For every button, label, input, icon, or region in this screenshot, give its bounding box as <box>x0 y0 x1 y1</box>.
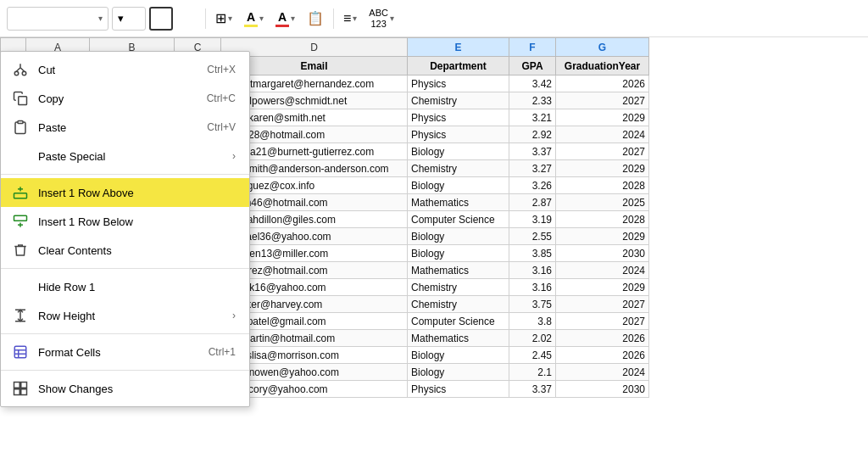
gpa-cell[interactable]: 3.8 <box>509 313 556 330</box>
cut-icon <box>11 60 30 79</box>
copy-shortcut: Ctrl+C <box>207 92 236 104</box>
department-cell[interactable]: Biology <box>408 228 509 245</box>
graduationyear-cell[interactable]: 2029 <box>556 109 649 126</box>
col-header-F[interactable]: F <box>509 38 556 57</box>
gpa-cell[interactable]: 3.75 <box>509 296 556 313</box>
gpa-cell[interactable]: 3.27 <box>509 160 556 177</box>
menu-item-insert-row-below[interactable]: Insert 1 Row Below <box>1 207 249 236</box>
borders-button[interactable]: ⊞ ▾ <box>211 7 236 31</box>
borders-chevron-icon: ▾ <box>228 14 232 23</box>
gpa-cell[interactable]: 3.21 <box>509 109 556 126</box>
menu-item-clear-contents[interactable]: Clear Contents <box>1 236 249 265</box>
gpa-cell[interactable]: 2.92 <box>509 126 556 143</box>
gpa-cell[interactable]: 3.37 <box>509 381 556 398</box>
department-cell[interactable]: Biology <box>408 364 509 381</box>
gpa-cell[interactable]: 3.26 <box>509 177 556 194</box>
graduationyear-cell[interactable]: 2029 <box>556 228 649 245</box>
gpa-cell[interactable]: 3.16 <box>509 279 556 296</box>
gpa-cell[interactable]: 2.87 <box>509 194 556 211</box>
graduationyear-cell[interactable]: 2026 <box>556 347 649 364</box>
svg-rect-6 <box>18 121 23 124</box>
svg-rect-22 <box>14 389 20 395</box>
graduationyear-cell[interactable]: 2030 <box>556 245 649 262</box>
col-header-G[interactable]: G <box>556 38 649 57</box>
department-cell[interactable]: Chemistry <box>408 279 509 296</box>
graduationyear-cell[interactable]: 2028 <box>556 211 649 228</box>
gpa-cell[interactable]: 3.19 <box>509 211 556 228</box>
paste-format-button[interactable]: 📋 <box>303 7 328 31</box>
menu-item-cut[interactable]: CutCtrl+X <box>1 55 249 84</box>
department-cell[interactable]: Mathematics <box>408 194 509 211</box>
svg-rect-23 <box>21 389 27 395</box>
data-header-department[interactable]: Department <box>408 57 509 75</box>
department-cell[interactable]: Physics <box>408 126 509 143</box>
data-header-graduationyear[interactable]: GraduationYear <box>556 57 649 75</box>
graduationyear-cell[interactable]: 2029 <box>556 279 649 296</box>
paste-shortcut: Ctrl+V <box>207 121 236 133</box>
graduationyear-cell[interactable]: 2025 <box>556 194 649 211</box>
menu-item-copy[interactable]: CopyCtrl+C <box>1 84 249 113</box>
gpa-cell[interactable]: 2.45 <box>509 347 556 364</box>
graduationyear-cell[interactable]: 2024 <box>556 262 649 279</box>
gpa-cell[interactable]: 3.16 <box>509 262 556 279</box>
menu-item-paste-special[interactable]: Paste Special› <box>1 142 249 170</box>
fill-chevron-icon: ▾ <box>259 14 264 23</box>
department-cell[interactable]: Mathematics <box>408 330 509 347</box>
graduationyear-cell[interactable]: 2029 <box>556 160 649 177</box>
department-cell[interactable]: Biology <box>408 347 509 364</box>
menu-item-paste[interactable]: PasteCtrl+V <box>1 113 249 142</box>
department-cell[interactable]: Chemistry <box>408 160 509 177</box>
clear-contents-icon <box>11 241 30 260</box>
format-number-button[interactable]: ABC123 ▾ <box>364 7 398 31</box>
department-cell[interactable]: Physics <box>408 109 509 126</box>
department-cell[interactable]: Biology <box>408 245 509 262</box>
gpa-cell[interactable]: 3.85 <box>509 245 556 262</box>
svg-rect-7 <box>14 193 27 198</box>
gpa-cell[interactable]: 2.55 <box>509 228 556 245</box>
department-cell[interactable]: Biology <box>408 177 509 194</box>
menu-item-insert-row-above[interactable]: Insert 1 Row Above <box>1 178 249 207</box>
graduationyear-cell[interactable]: 2024 <box>556 126 649 143</box>
menu-item-row-height[interactable]: Row Height› <box>1 301 249 330</box>
font-name-selector[interactable]: ▾ <box>7 7 108 31</box>
paste-icon <box>11 118 30 137</box>
menu-separator <box>1 174 249 175</box>
align-button[interactable]: ≡ ▾ <box>339 7 361 31</box>
gpa-cell[interactable]: 2.02 <box>509 330 556 347</box>
fill-color-button[interactable]: A ▾ <box>240 7 268 31</box>
graduationyear-cell[interactable]: 2024 <box>556 364 649 381</box>
department-cell[interactable]: Computer Science <box>408 313 509 330</box>
graduationyear-cell[interactable]: 2028 <box>556 177 649 194</box>
department-cell[interactable]: Mathematics <box>408 262 509 279</box>
graduationyear-cell[interactable]: 2027 <box>556 143 649 160</box>
graduationyear-cell[interactable]: 2026 <box>556 330 649 347</box>
paste-special-arrow: › <box>232 150 236 162</box>
gpa-cell[interactable]: 2.33 <box>509 92 556 109</box>
svg-line-3 <box>20 68 25 72</box>
hide-row-icon <box>11 277 30 296</box>
graduationyear-cell[interactable]: 2027 <box>556 296 649 313</box>
graduationyear-cell[interactable]: 2027 <box>556 313 649 330</box>
department-cell[interactable]: Biology <box>408 143 509 160</box>
data-header-gpa[interactable]: GPA <box>509 57 556 75</box>
gpa-cell[interactable]: 2.1 <box>509 364 556 381</box>
font-size-selector[interactable]: ▾ <box>112 7 146 31</box>
menu-item-show-changes[interactable]: Show Changes <box>1 374 249 403</box>
italic-button[interactable] <box>176 7 200 31</box>
graduationyear-cell[interactable]: 2026 <box>556 75 649 92</box>
menu-item-hide-row[interactable]: Hide Row 1 <box>1 272 249 301</box>
gpa-cell[interactable]: 3.37 <box>509 143 556 160</box>
col-header-E[interactable]: E <box>408 38 509 57</box>
bold-button[interactable] <box>149 7 173 31</box>
department-cell[interactable]: Chemistry <box>408 296 509 313</box>
font-color-button[interactable]: A ▾ <box>271 7 299 31</box>
department-cell[interactable]: Physics <box>408 381 509 398</box>
department-cell[interactable]: Computer Science <box>408 211 509 228</box>
paste-special-icon <box>11 147 30 165</box>
graduationyear-cell[interactable]: 2027 <box>556 92 649 109</box>
department-cell[interactable]: Physics <box>408 75 509 92</box>
graduationyear-cell[interactable]: 2030 <box>556 381 649 398</box>
menu-item-format-cells[interactable]: Format CellsCtrl+1 <box>1 338 249 366</box>
gpa-cell[interactable]: 3.42 <box>509 75 556 92</box>
department-cell[interactable]: Chemistry <box>408 92 509 109</box>
